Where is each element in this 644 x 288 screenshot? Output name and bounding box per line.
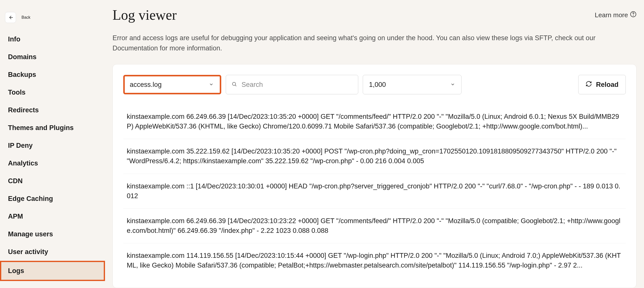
- nav-item-label: Logs: [8, 267, 24, 275]
- nav-redirects[interactable]: Redirects: [0, 101, 105, 119]
- nav-user-activity[interactable]: User activity: [0, 243, 105, 261]
- nav-item-label: Backups: [8, 71, 36, 78]
- nav-domains[interactable]: Domains: [0, 48, 105, 66]
- line-count-select[interactable]: 1,000: [363, 75, 462, 94]
- log-card: access.log 1,000: [112, 64, 636, 288]
- nav-apm[interactable]: APM: [0, 208, 105, 225]
- main-content: Log viewer Learn more Error and access l…: [105, 0, 644, 288]
- log-entry[interactable]: kinstaexample.com 35.222.159.62 [14/Dec/…: [123, 139, 626, 174]
- learn-more-label: Learn more: [595, 11, 628, 19]
- nav-cdn[interactable]: CDN: [0, 172, 105, 190]
- log-file-value: access.log: [130, 81, 162, 89]
- nav-item-label: Edge Caching: [8, 195, 53, 202]
- nav-logs[interactable]: Logs: [0, 261, 105, 281]
- search-input[interactable]: [242, 81, 352, 89]
- nav-item-label: Domains: [8, 53, 36, 61]
- arrow-left-icon: [5, 12, 16, 23]
- svg-point-1: [633, 15, 633, 15]
- nav-edge-caching[interactable]: Edge Caching: [0, 190, 105, 208]
- page-description: Error and access logs are useful for deb…: [112, 33, 635, 53]
- chevron-down-icon: [450, 81, 455, 89]
- nav-analytics[interactable]: Analytics: [0, 154, 105, 172]
- nav-manage-users[interactable]: Manage users: [0, 225, 105, 243]
- nav-themes-plugins[interactable]: Themes and Plugins: [0, 119, 105, 137]
- search-box[interactable]: [226, 75, 358, 94]
- back-label: Back: [22, 15, 30, 20]
- log-entry[interactable]: kinstaexample.com 66.249.66.39 [14/Dec/2…: [123, 104, 626, 139]
- chevron-down-icon: [209, 81, 214, 89]
- log-controls: access.log 1,000: [123, 75, 626, 94]
- reload-icon: [586, 81, 592, 89]
- svg-point-2: [232, 82, 236, 85]
- log-list: kinstaexample.com 66.249.66.39 [14/Dec/2…: [123, 104, 626, 278]
- back-button[interactable]: Back: [0, 7, 105, 30]
- help-icon: [630, 11, 636, 19]
- nav-item-label: Themes and Plugins: [8, 124, 74, 132]
- sidebar: Back InfoDomainsBackupsToolsRedirectsThe…: [0, 0, 105, 288]
- log-entry[interactable]: kinstaexample.com ::1 [14/Dec/2023:10:30…: [123, 174, 626, 209]
- nav-item-label: CDN: [8, 177, 23, 185]
- nav-item-label: User activity: [8, 248, 48, 256]
- sidebar-nav: InfoDomainsBackupsToolsRedirectsThemes a…: [0, 30, 105, 281]
- reload-button[interactable]: Reload: [578, 75, 626, 94]
- nav-backups[interactable]: Backups: [0, 66, 105, 84]
- log-entry[interactable]: kinstaexample.com 66.249.66.39 [14/Dec/2…: [123, 209, 626, 243]
- nav-item-label: APM: [8, 213, 23, 220]
- line-count-value: 1,000: [369, 81, 386, 89]
- nav-item-label: Manage users: [8, 230, 53, 238]
- nav-info[interactable]: Info: [0, 30, 105, 48]
- nav-tools[interactable]: Tools: [0, 84, 105, 101]
- nav-item-label: Redirects: [8, 106, 39, 114]
- nav-item-label: IP Deny: [8, 142, 33, 149]
- page-title: Log viewer: [112, 7, 177, 23]
- reload-label: Reload: [596, 81, 618, 89]
- log-entry[interactable]: kinstaexample.com 114.119.156.55 [14/Dec…: [123, 243, 626, 278]
- nav-item-label: Tools: [8, 89, 26, 96]
- learn-more-link[interactable]: Learn more: [595, 11, 636, 19]
- search-icon: [232, 81, 237, 89]
- nav-item-label: Analytics: [8, 159, 38, 167]
- nav-ip-deny[interactable]: IP Deny: [0, 137, 105, 154]
- log-file-select[interactable]: access.log: [123, 75, 221, 94]
- nav-item-label: Info: [8, 35, 20, 43]
